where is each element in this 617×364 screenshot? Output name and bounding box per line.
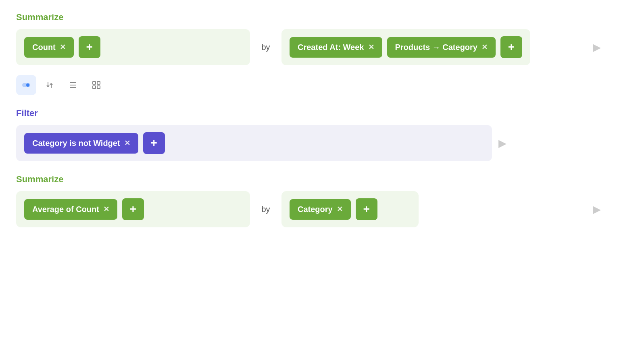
toggle-icon [21, 80, 31, 90]
count-pill-label: Count [32, 43, 56, 52]
add-dimension-button-2[interactable]: + [356, 198, 377, 220]
avg-count-remove[interactable]: ✕ [103, 205, 109, 214]
add-metric-button-1[interactable]: + [79, 36, 100, 58]
sort-button[interactable] [40, 75, 60, 95]
filter-container: Category is not Widget ✕ + [16, 125, 492, 161]
run-arrow-1[interactable]: ▶ [593, 41, 601, 54]
metrics-container-1: Count ✕ + [16, 29, 250, 65]
add-dimension-button-1[interactable]: + [500, 36, 522, 58]
grid-icon [92, 80, 101, 90]
avg-count-pill[interactable]: Average of Count ✕ [24, 199, 117, 220]
summarize-section-2: Summarize Average of Count ✕ + by Catego… [16, 174, 601, 227]
summarize-section-1: Summarize Count ✕ + by Created At: Week … [16, 12, 601, 95]
svg-rect-8 [97, 86, 100, 89]
summarize-row-1: Count ✕ + by Created At: Week ✕ Products… [16, 29, 601, 65]
list-icon [68, 80, 78, 90]
dimensions-container-1: Created At: Week ✕ Products → Category ✕… [281, 29, 530, 65]
products-category-remove[interactable]: ✕ [482, 43, 488, 52]
avg-count-label: Average of Count [32, 205, 99, 214]
summarize-row-2: Average of Count ✕ + by Category ✕ + ▶ [16, 191, 601, 227]
products-category-pill[interactable]: Products → Category ✕ [387, 37, 496, 58]
created-at-week-pill[interactable]: Created At: Week ✕ [290, 37, 382, 58]
svg-rect-6 [97, 81, 100, 84]
category-pill[interactable]: Category ✕ [290, 199, 351, 220]
by-label-1: by [260, 43, 272, 52]
toggle-button[interactable] [16, 75, 36, 95]
by-label-2: by [260, 205, 272, 214]
filter-row: Category is not Widget ✕ + ▶ [16, 125, 601, 161]
count-pill-remove[interactable]: ✕ [60, 43, 66, 52]
add-metric-button-2[interactable]: + [122, 198, 144, 220]
created-at-week-label: Created At: Week [298, 43, 364, 52]
run-arrow-2[interactable]: ▶ [593, 203, 601, 216]
svg-rect-5 [93, 81, 96, 84]
category-not-widget-pill[interactable]: Category is not Widget ✕ [24, 133, 138, 154]
add-filter-button[interactable]: + [143, 132, 165, 154]
category-not-widget-remove[interactable]: ✕ [124, 139, 130, 148]
created-at-week-remove[interactable]: ✕ [368, 43, 374, 52]
summarize-label-2: Summarize [16, 174, 601, 185]
toolbar-1 [16, 75, 601, 95]
svg-point-1 [26, 83, 29, 87]
summarize-label-1: Summarize [16, 12, 601, 23]
count-pill[interactable]: Count ✕ [24, 37, 74, 58]
category-label: Category [298, 205, 333, 214]
filter-label: Filter [16, 108, 601, 119]
list-button[interactable] [63, 75, 83, 95]
filter-section: Filter Category is not Widget ✕ + ▶ [16, 108, 601, 161]
category-not-widget-label: Category is not Widget [32, 139, 120, 148]
products-category-label: Products → Category [395, 43, 477, 52]
svg-rect-7 [93, 86, 96, 89]
dimensions-container-2: Category ✕ + [281, 191, 419, 227]
metrics-container-2: Average of Count ✕ + [16, 191, 250, 227]
sort-icon [45, 80, 54, 90]
category-remove[interactable]: ✕ [337, 205, 343, 214]
grid-button[interactable] [86, 75, 106, 95]
run-arrow-filter[interactable]: ▶ [498, 137, 507, 150]
